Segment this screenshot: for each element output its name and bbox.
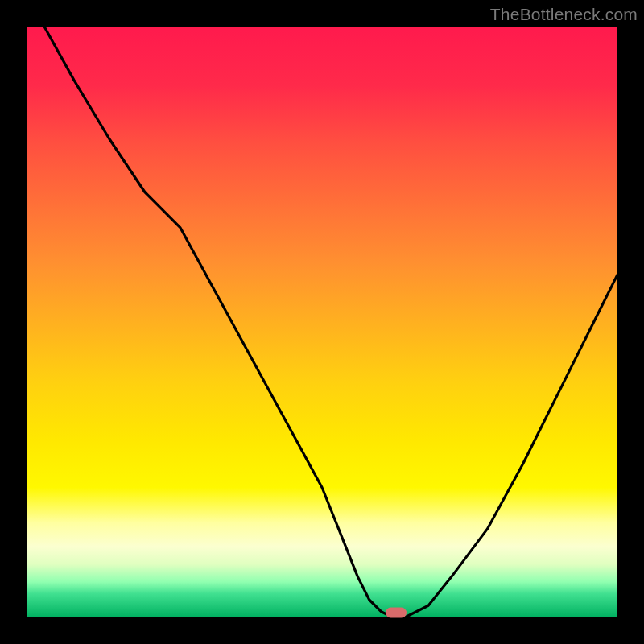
optimal-marker (386, 608, 407, 618)
curve-svg (27, 27, 617, 617)
plot-area (27, 27, 617, 617)
watermark-text: TheBottleneck.com (490, 5, 638, 24)
bottleneck-curve (44, 27, 617, 617)
chart-container: TheBottleneck.com (0, 0, 644, 644)
